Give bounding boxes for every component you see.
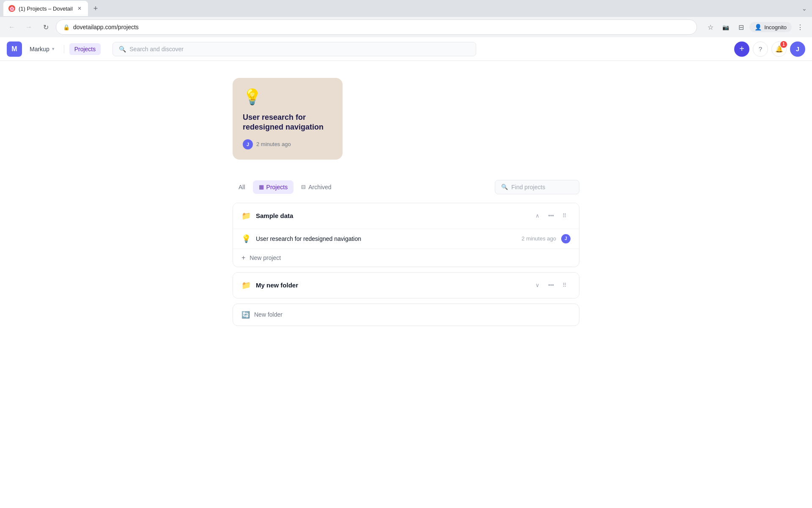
tab-title: (1) Projects – Dovetail (19, 6, 73, 12)
find-icon: 🔍 (501, 184, 508, 190)
tab-favicon: 🌸 (8, 5, 15, 12)
user-avatar[interactable]: J (790, 41, 805, 57)
create-button[interactable]: + (734, 41, 749, 57)
more-button[interactable]: ⋮ (793, 20, 807, 34)
folder-more-button[interactable]: ••• (545, 210, 557, 222)
tab-bar: 🌸 (1) Projects – Dovetail ✕ + ⌄ (0, 0, 812, 17)
project-emoji: 💡 (241, 234, 251, 243)
folder-actions-2: ∨ ••• ⠿ (532, 279, 571, 291)
archived-label: Archived (308, 184, 331, 190)
profile-icon: 👤 (754, 24, 762, 30)
archived-tab-icon: ⊟ (301, 184, 306, 190)
active-tab[interactable]: 🌸 (1) Projects – Dovetail ✕ (3, 1, 88, 16)
tab-grid-button[interactable]: ⊟ (734, 20, 748, 34)
chevron-down-icon: ▾ (52, 46, 55, 52)
browser-chrome: 🌸 (1) Projects – Dovetail ✕ + ⌄ ← → ↻ 🔒 … (0, 0, 812, 37)
filter-tabs: All ▦ Projects ⊟ Archived (233, 180, 337, 194)
notification-badge: 1 (780, 41, 787, 48)
app: M Markup ▾ Projects 🔍 Search and discove… (0, 37, 812, 508)
browser-actions: ☆ 📷̶ ⊟ 👤 Incognito ⋮ (704, 20, 807, 34)
folder-drag-handle[interactable]: ⠿ (559, 210, 571, 222)
tab-close-button[interactable]: ✕ (76, 5, 83, 12)
folder-name-sample-data: Sample data (256, 212, 527, 219)
folder-sample-data: 📁 Sample data ∧ ••• ⠿ 💡 User research fo… (233, 203, 579, 267)
folder-icon: 📁 (241, 211, 251, 221)
folder-header-sample-data[interactable]: 📁 Sample data ∧ ••• ⠿ (233, 203, 579, 229)
lock-icon: 🔒 (63, 24, 70, 30)
workspace-menu-button[interactable]: Markup ▾ (25, 43, 59, 55)
header-search: 🔍 Search and discover (112, 42, 722, 56)
recent-section: 💡 User research for redesigned navigatio… (233, 78, 579, 160)
workspace-avatar: M (7, 41, 22, 57)
search-icon: 🔍 (119, 46, 126, 52)
filter-all[interactable]: All (233, 180, 251, 194)
project-name: User research for redesigned navigation (256, 235, 516, 242)
new-folder-label: New folder (254, 311, 283, 318)
folder-drag-handle-2[interactable]: ⠿ (559, 279, 571, 291)
new-folder-button[interactable]: 🔄 New folder (233, 304, 579, 326)
project-time: 2 minutes ago (521, 235, 556, 242)
project-user-avatar: J (561, 234, 571, 243)
incognito-badge: 👤 Incognito (749, 22, 792, 32)
bookmark-button[interactable]: ☆ (704, 20, 717, 34)
card-meta: J 2 minutes ago (243, 139, 332, 149)
card-time: 2 minutes ago (256, 141, 291, 147)
recent-project-card[interactable]: 💡 User research for redesigned navigatio… (233, 78, 343, 160)
main-content: 💡 User research for redesigned navigatio… (0, 61, 812, 508)
help-button[interactable]: ? (753, 41, 768, 57)
back-button[interactable]: ← (5, 20, 19, 34)
folder-collapse-button[interactable]: ∧ (532, 210, 543, 222)
card-title: User research for redesigned navigation (243, 113, 332, 133)
folder-more-button-2[interactable]: ••• (545, 279, 557, 291)
incognito-label: Incognito (764, 24, 787, 30)
url-bar[interactable]: 🔒 dovetailapp.com/projects (56, 19, 697, 35)
search-bar[interactable]: 🔍 Search and discover (112, 42, 476, 56)
url-text: dovetailapp.com/projects (73, 24, 139, 30)
new-project-label: New project (250, 254, 281, 261)
new-tab-button[interactable]: + (90, 3, 102, 14)
card-user-avatar: J (243, 139, 253, 149)
projects-label: Projects (266, 184, 288, 190)
plus-icon: + (241, 254, 245, 262)
nav-divider (64, 45, 64, 53)
refresh-button[interactable]: ↻ (39, 20, 52, 34)
notifications-button[interactable]: 🔔 1 (771, 41, 787, 57)
content-inner: 💡 User research for redesigned navigatio… (216, 78, 596, 326)
project-row[interactable]: 💡 User research for redesigned navigatio… (233, 229, 579, 248)
folder-name-my-new-folder: My new folder (256, 282, 527, 289)
folder-header-my-new-folder[interactable]: 📁 My new folder ∨ ••• ⠿ (233, 273, 579, 298)
filter-section: All ▦ Projects ⊟ Archived 🔍 Find project… (233, 180, 579, 194)
folder-icon-2: 📁 (241, 281, 251, 290)
header-actions: + ? 🔔 1 J (734, 41, 805, 57)
folder-collapse-button-2[interactable]: ∨ (532, 279, 543, 291)
workspace-name: Markup (30, 46, 49, 52)
projects-nav-link[interactable]: Projects (69, 43, 101, 55)
card-emoji: 💡 (243, 88, 332, 106)
find-projects-input[interactable]: 🔍 Find projects (495, 180, 579, 194)
address-bar: ← → ↻ 🔒 dovetailapp.com/projects ☆ 📷̶ ⊟ … (0, 17, 812, 37)
search-placeholder: Search and discover (129, 46, 184, 52)
folder-my-new-folder: 📁 My new folder ∨ ••• ⠿ (233, 272, 579, 298)
folder-actions: ∧ ••• ⠿ (532, 210, 571, 222)
all-label: All (239, 184, 245, 190)
filter-archived[interactable]: ⊟ Archived (295, 180, 337, 194)
tab-overflow-button[interactable]: ⌄ (800, 3, 809, 14)
no-camera-icon: 📷̶ (719, 20, 732, 34)
projects-tab-icon: ▦ (259, 184, 264, 190)
filter-projects[interactable]: ▦ Projects (253, 180, 294, 194)
new-project-button[interactable]: + New project (233, 248, 579, 267)
find-placeholder: Find projects (511, 184, 545, 190)
forward-button[interactable]: → (22, 20, 36, 34)
new-folder-icon: 🔄 (241, 311, 250, 319)
app-header: M Markup ▾ Projects 🔍 Search and discove… (0, 37, 812, 61)
